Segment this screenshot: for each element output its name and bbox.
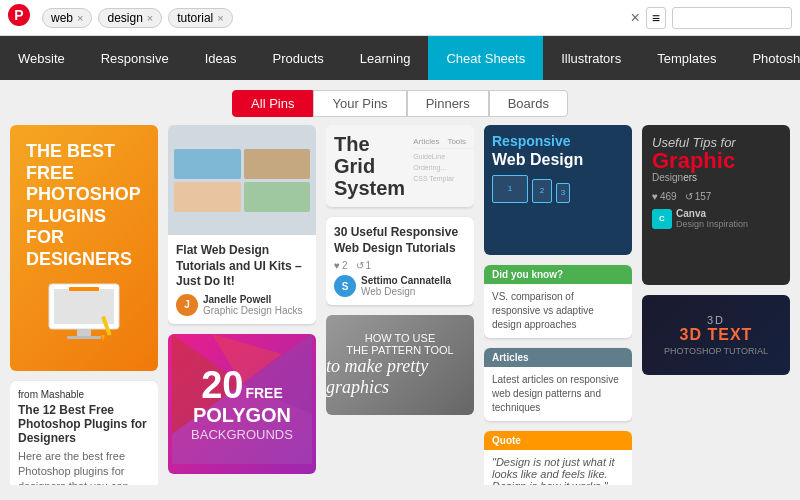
cat-illustrators[interactable]: Illustrators xyxy=(543,36,639,80)
top-bar-actions: × ≡ xyxy=(630,7,792,29)
cat-learning[interactable]: Learning xyxy=(342,36,429,80)
ui-kits-card[interactable]: Flat Web Design Tutorials and UI Kits – … xyxy=(168,125,316,324)
articles-body: Latest articles on responsive web design… xyxy=(484,367,632,421)
grid-system-card[interactable]: TheGridSystem ArticlesToolsBooksTemplate… xyxy=(326,125,474,207)
ui-kits-body: Flat Web Design Tutorials and UI Kits – … xyxy=(168,235,316,324)
articles-card[interactable]: Articles Latest articles on responsive w… xyxy=(484,348,632,421)
desktop-icon: 1 xyxy=(492,175,528,203)
tag-tutorial[interactable]: tutorial × xyxy=(168,8,232,28)
mashable-pin-body: from Mashable The 12 Best Free Photoshop… xyxy=(10,381,158,485)
tablet-icon: 2 xyxy=(532,179,552,203)
cat-templates[interactable]: Templates xyxy=(639,36,734,80)
pattern-tool-label: THE PATTERN TOOL xyxy=(346,344,453,356)
graph-sub: Designers xyxy=(652,172,780,183)
graph-repin-count: ↺ 157 xyxy=(685,191,712,202)
photoshop-card-title: THE BEST FREE PHOTOSHOP PLUGINS FOR DESI… xyxy=(26,141,142,271)
menu-button[interactable]: ≡ xyxy=(646,7,666,29)
text-3d-card[interactable]: 3D 3D TEXT PHOTOSHOP TUTORIAL xyxy=(642,295,790,375)
pin-col-5: Useful Tips for Graphic Designers ♥ 469 … xyxy=(642,125,790,485)
cat-website[interactable]: Website xyxy=(0,36,83,80)
repin-count: ↺ 1 xyxy=(356,260,372,271)
text-3d-subtitle: PHOTOSHOP TUTORIAL xyxy=(664,346,768,356)
cat-products[interactable]: Products xyxy=(254,36,341,80)
tab-boards[interactable]: Boards xyxy=(489,90,568,117)
polygon-text: POLYGON xyxy=(191,404,293,427)
pin-col-1: THE BEST FREE PHOTOSHOP PLUGINS FOR DESI… xyxy=(10,125,158,485)
responsive-tutorials-card[interactable]: 30 Useful Responsive Web Design Tutorial… xyxy=(326,217,474,305)
polygon-sub: BACKGROUNDS xyxy=(191,427,293,442)
pin-col-3: TheGridSystem ArticlesToolsBooksTemplate… xyxy=(326,125,474,485)
grid-system-header: TheGridSystem ArticlesToolsBooksTemplate… xyxy=(326,125,474,207)
graphic-design-tips-card[interactable]: Useful Tips for Graphic Designers ♥ 469 … xyxy=(642,125,790,285)
tab-all-pins[interactable]: All Pins xyxy=(232,90,313,117)
grid-system-title: TheGridSystem xyxy=(334,133,405,199)
pin-grid: THE BEST FREE PHOTOSHOP PLUGINS FOR DESI… xyxy=(0,125,800,485)
close-button[interactable]: × xyxy=(630,9,639,27)
filter-tabs: All Pins Your Pins Pinners Boards xyxy=(0,80,800,125)
pattern-pretty-text: to make pretty graphics xyxy=(326,356,474,398)
user-info-settimo: Settimo Cannatella Web Design xyxy=(361,275,451,297)
mashable-pin-card[interactable]: from Mashable The 12 Best Free Photoshop… xyxy=(10,381,158,485)
dyk-body-1: VS. comparison of responsive vs adaptive… xyxy=(484,284,632,338)
responsive-web-design-card[interactable]: Responsive Web Design 1 2 3 xyxy=(484,125,632,255)
cat-photoshop[interactable]: Photoshop xyxy=(734,36,800,80)
graph-likes: ♥ 469 ↺ 157 xyxy=(652,191,780,202)
quote-header: Quote xyxy=(484,431,632,450)
tag-design[interactable]: design × xyxy=(98,8,162,28)
remove-tutorial-tag[interactable]: × xyxy=(217,12,223,24)
responsive-web-title: Responsive Web Design xyxy=(492,133,624,169)
text-3d-label: 3D TEXT xyxy=(664,326,768,344)
cat-cheatsheets[interactable]: Cheat Sheets xyxy=(428,36,543,80)
svg-rect-6 xyxy=(67,336,101,339)
polygon-card[interactable]: 20 FREE POLYGON BACKGROUNDS xyxy=(168,334,316,474)
tab-pinners[interactable]: Pinners xyxy=(407,90,489,117)
text-3d-inner: 3D 3D TEXT PHOTOSHOP TUTORIAL xyxy=(664,314,768,356)
category-nav: Website Responsive Ideas Products Learni… xyxy=(0,36,800,80)
responsive-tutorials-likes: ♥ 2 ↺ 1 xyxy=(334,260,466,271)
search-input[interactable] xyxy=(672,7,792,29)
tab-your-pins[interactable]: Your Pins xyxy=(313,90,406,117)
pinterest-logo[interactable]: P xyxy=(8,4,30,31)
device-icons: 1 2 3 xyxy=(492,175,624,203)
grid-system-cols: ArticlesToolsBooksTemplates GuideLineOrd… xyxy=(413,133,474,185)
top-bar: P web × design × tutorial × × ≡ xyxy=(0,0,800,36)
ui-kits-user: J Janelle Powell Graphic Design Hacks xyxy=(176,294,308,316)
mashable-pin-desc: Here are the best free Photoshop plugins… xyxy=(18,449,150,485)
graph-title: Graphic xyxy=(652,150,780,172)
svg-text:P: P xyxy=(14,7,23,23)
user-avatar-settimo: S xyxy=(334,275,356,297)
photoshop-hero-card[interactable]: THE BEST FREE PHOTOSHOP PLUGINS FOR DESI… xyxy=(10,125,158,371)
canva-badge: C Canva Design Inspiration xyxy=(652,208,780,229)
responsive-tutorials-user: S Settimo Cannatella Web Design xyxy=(334,275,466,297)
pin-col-4: Responsive Web Design 1 2 3 Did you know… xyxy=(484,125,632,485)
quote-text: "Design is not just what it looks like a… xyxy=(484,450,632,485)
remove-web-tag[interactable]: × xyxy=(77,12,83,24)
dyk-header-1: Did you know? xyxy=(484,265,632,284)
polygon-number: 20 xyxy=(201,366,243,404)
articles-header: Articles xyxy=(484,348,632,367)
canva-info: Canva Design Inspiration xyxy=(676,208,748,229)
polygon-free: FREE xyxy=(245,385,282,401)
responsive-tutorials-title: 30 Useful Responsive Web Design Tutorial… xyxy=(334,225,466,256)
tag-web[interactable]: web × xyxy=(42,8,92,28)
mashable-pin-title: The 12 Best Free Photoshop Plugins for D… xyxy=(18,403,150,445)
pattern-how-to: HOW TO USE xyxy=(365,332,436,344)
canva-logo: C xyxy=(652,209,672,229)
user-info-janelle: Janelle Powell Graphic Design Hacks xyxy=(203,294,302,316)
quote-card[interactable]: Quote "Design is not just what it looks … xyxy=(484,431,632,485)
pin-col-2: Flat Web Design Tutorials and UI Kits – … xyxy=(168,125,316,485)
cat-ideas[interactable]: Ideas xyxy=(187,36,255,80)
graph-like-count: ♥ 469 xyxy=(652,191,677,202)
pattern-tool-card[interactable]: HOW TO USE THE PATTERN TOOL to make pret… xyxy=(326,315,474,415)
polygon-card-inner: 20 FREE POLYGON BACKGROUNDS xyxy=(168,334,316,474)
remove-design-tag[interactable]: × xyxy=(147,12,153,24)
monitor-graphic xyxy=(39,279,129,349)
svg-rect-5 xyxy=(77,329,91,337)
like-count: ♥ 2 xyxy=(334,260,348,271)
cat-responsive[interactable]: Responsive xyxy=(83,36,187,80)
mobile-icon: 3 xyxy=(556,183,570,203)
did-you-know-card-1[interactable]: Did you know? VS. comparison of responsi… xyxy=(484,265,632,338)
ui-kits-image xyxy=(168,125,316,235)
user-avatar-janelle: J xyxy=(176,294,198,316)
svg-marker-8 xyxy=(101,335,105,341)
